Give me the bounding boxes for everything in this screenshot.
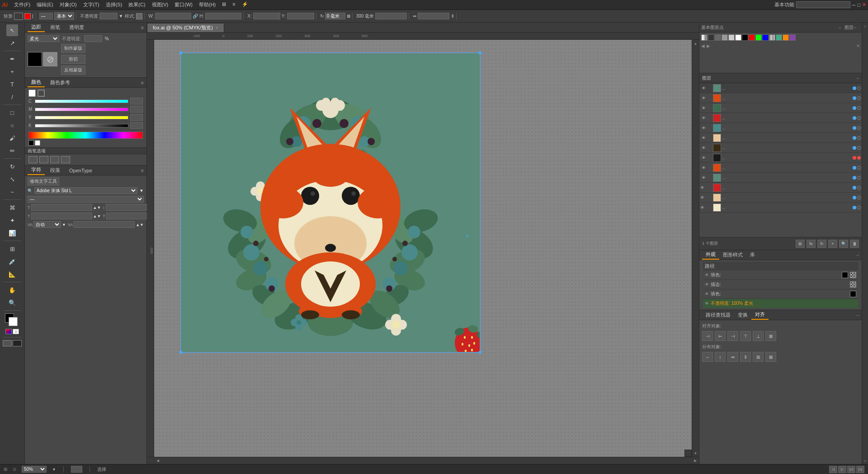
fill-eye-1[interactable]: 👁: [705, 273, 709, 277]
type-panel-close[interactable]: ≡: [141, 168, 144, 173]
scroll-track-v[interactable]: [692, 47, 699, 450]
layer-item[interactable]: 👁 ...: [699, 163, 862, 173]
distrib-center-v-btn[interactable]: ⊞: [753, 352, 764, 362]
color-panel-close[interactable]: ≡: [141, 80, 144, 85]
layer-new-btn[interactable]: +: [828, 240, 837, 248]
minimize-btn[interactable]: ─: [852, 2, 856, 8]
align-panel-close[interactable]: –: [856, 313, 859, 318]
menu-icon2[interactable]: ≡: [230, 0, 238, 9]
layer-eye-1[interactable]: 👁: [700, 86, 707, 90]
tab-transform[interactable]: 变换: [734, 311, 751, 319]
nav-btn-3[interactable]: |◁: [847, 466, 855, 473]
menu-icon[interactable]: ⊞: [219, 0, 229, 9]
right-panel-collapse-2[interactable]: –: [854, 25, 856, 30]
h-input[interactable]: 600.001 毫米: [205, 13, 241, 19]
kern-arrow[interactable]: ▼: [62, 223, 66, 227]
m-value[interactable]: [130, 106, 143, 113]
align-center-h-btn[interactable]: ⊢: [715, 331, 726, 341]
opacity-value-input[interactable]: 100%: [84, 35, 102, 42]
align-right-btn[interactable]: ⊣: [727, 331, 738, 341]
k-value[interactable]: [130, 122, 143, 129]
layer-fx-btn[interactable]: fx: [807, 240, 816, 248]
menu-view[interactable]: 视图(V): [149, 0, 171, 9]
eyedropper-tool[interactable]: 💉: [6, 256, 18, 267]
layer-select[interactable]: [857, 96, 861, 100]
tracking-input[interactable]: 0: [74, 221, 135, 228]
swatch-black[interactable]: [742, 34, 748, 41]
edit-btn[interactable]: 剪切: [61, 55, 85, 64]
distrib-right-btn[interactable]: ⇔: [727, 352, 738, 362]
layer-eye[interactable]: 👁: [700, 96, 707, 100]
invert-btn[interactable]: 反相蒙版: [61, 66, 85, 75]
fill-eye-2[interactable]: 👁: [705, 292, 709, 296]
flip-h-icon[interactable]: ⇔: [413, 14, 416, 19]
brush-icon-1[interactable]: [28, 156, 38, 163]
swatch-light[interactable]: [722, 34, 728, 41]
size-arrow[interactable]: ▲▼: [93, 205, 101, 210]
tab-paragraph[interactable]: 段落: [47, 166, 64, 175]
scale-h-arrow[interactable]: ▲▼: [93, 214, 101, 218]
w4-input[interactable]: 600.001 毫米: [418, 13, 449, 19]
blend-tool[interactable]: ⌘: [6, 202, 18, 213]
layer-item[interactable]: 👁 ...: [699, 153, 862, 163]
swatch-checker[interactable]: [769, 34, 775, 41]
swatch-nav-left[interactable]: ◀: [701, 43, 705, 48]
tab-graphic-styles[interactable]: 图形样式: [719, 251, 746, 259]
layer-select[interactable]: [857, 116, 861, 120]
tab-character[interactable]: 字符: [28, 166, 45, 175]
layer-select-1[interactable]: [857, 86, 861, 90]
measure-tool[interactable]: 📐: [6, 268, 18, 280]
tab-brush[interactable]: 画笔: [47, 23, 64, 32]
hand-tool[interactable]: ✋: [6, 284, 18, 296]
opacity-input[interactable]: 100%: [99, 13, 118, 19]
layer-item[interactable]: 👁 ...: [699, 173, 862, 183]
transparency-panel-close[interactable]: ≡: [141, 25, 144, 30]
menu-file[interactable]: 文件(F): [11, 0, 33, 9]
w3-input[interactable]: 600.001 毫米: [375, 13, 407, 19]
tab-library[interactable]: 库: [746, 251, 759, 259]
swatch-blue[interactable]: [762, 34, 769, 41]
tab-appearance[interactable]: 外观: [702, 250, 719, 260]
layer-item[interactable]: 👁 ...: [699, 93, 862, 103]
font-select-arrow[interactable]: ▼: [139, 188, 144, 193]
right-panel-collapse-1[interactable]: –: [839, 25, 841, 30]
distrib-top-btn[interactable]: ⇕: [740, 352, 751, 362]
layer-item[interactable]: 👁 ...: [699, 103, 862, 113]
nav-btn-1[interactable]: ◁: [829, 466, 837, 473]
w-input[interactable]: 600.001 毫米: [155, 13, 191, 19]
tab-transparency[interactable]: 透明度: [66, 23, 88, 32]
opacity-eye[interactable]: 👁: [705, 301, 709, 306]
layers-panel-close[interactable]: –: [856, 76, 859, 81]
stroke-style-select[interactable]: 基本: [54, 12, 74, 20]
color-spectrum[interactable]: [28, 132, 143, 139]
swatch-teal[interactable]: [776, 34, 782, 41]
link-wh-icon[interactable]: 🔗: [193, 14, 198, 19]
layer-item[interactable]: 👁 ...: [699, 143, 862, 153]
none-mode-btn[interactable]: ⊘: [13, 329, 19, 334]
layer-search-btn[interactable]: 🔍: [839, 240, 848, 248]
blend-mode-select[interactable]: 柔光: [28, 35, 59, 42]
tab-color[interactable]: 颜色: [28, 78, 45, 87]
brush-icon-3[interactable]: [50, 156, 59, 163]
tab-pathfinder[interactable]: 路径查找器: [702, 311, 734, 319]
rotate-tool[interactable]: ↻: [6, 161, 18, 172]
line-tool[interactable]: /: [6, 91, 18, 103]
zoom-select[interactable]: 50%: [22, 466, 47, 473]
fill-mode-btn[interactable]: [28, 90, 36, 97]
color-mode-btn[interactable]: [5, 329, 12, 334]
tab-margins[interactable]: 边距: [28, 23, 45, 32]
scroll-down-btn[interactable]: ▼: [692, 450, 699, 457]
ellipse-tool[interactable]: ○: [6, 119, 18, 131]
distrib-bottom-btn[interactable]: ⊠: [765, 352, 776, 362]
tab-opentype[interactable]: OpenType: [66, 167, 96, 174]
swatch-purple[interactable]: [789, 34, 796, 41]
fill-color-swatch-2[interactable]: [850, 291, 856, 297]
menu-select[interactable]: 选择(S): [103, 0, 125, 9]
layer-visibility-btn[interactable]: ⊞: [796, 240, 805, 248]
make-mask-btn[interactable]: 制作蒙版: [61, 44, 85, 53]
font-size-input[interactable]: 12 pt: [31, 204, 92, 211]
far-right-scroll-down[interactable]: ▼: [862, 458, 868, 464]
layer-eye[interactable]: 👁: [700, 116, 707, 120]
rotate-input[interactable]: [325, 13, 345, 19]
stroke-eye[interactable]: 👁: [705, 282, 709, 287]
